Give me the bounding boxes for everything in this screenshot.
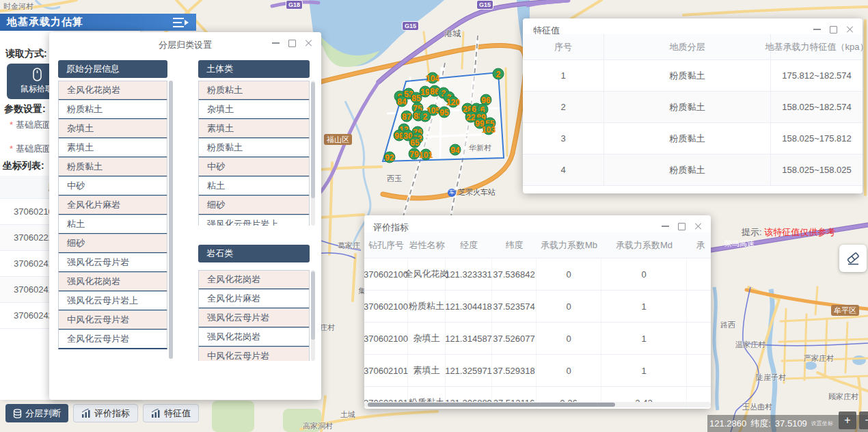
maximize-icon[interactable] bbox=[288, 38, 297, 47]
layer-item[interactable]: 全风化片麻岩 bbox=[58, 195, 167, 215]
table-cell: 2 bbox=[523, 92, 604, 122]
table-row[interactable]: 370602100杂填土121.31458737.52607701 bbox=[364, 323, 711, 355]
minimize-icon[interactable] bbox=[661, 221, 670, 230]
borehole-marker[interactable]: 2 bbox=[420, 111, 431, 122]
maximize-icon[interactable] bbox=[677, 221, 686, 230]
borehole-number: 87 bbox=[402, 111, 411, 121]
layer-item[interactable]: 全风化花岗岩 bbox=[198, 270, 310, 290]
layer-item[interactable]: 素填土 bbox=[198, 119, 310, 139]
scrollbar[interactable] bbox=[311, 81, 315, 226]
layer-item[interactable]: 强风化花岗岩 bbox=[198, 327, 310, 347]
close-icon[interactable] bbox=[304, 38, 313, 47]
evaluation-button[interactable]: 评价指标 bbox=[73, 404, 138, 422]
train-station-icon: 车 bbox=[448, 189, 456, 197]
borehole-marker[interactable]: 87 bbox=[401, 111, 413, 122]
minimize-icon[interactable] bbox=[271, 38, 280, 47]
borehole-marker[interactable]: 94 bbox=[450, 144, 461, 156]
layer-item[interactable]: 强风化云母片岩 bbox=[198, 308, 310, 328]
map-label: 温家庄村 bbox=[735, 340, 765, 350]
evaluation-window: 评价指标 钻孔序号岩性名称经度纬度承载力系数Mb承载力系数Md承 3706021… bbox=[364, 215, 711, 409]
menu-icon[interactable] bbox=[173, 17, 189, 28]
borehole-marker[interactable]: 95 bbox=[439, 107, 450, 118]
eraser-button[interactable] bbox=[839, 245, 867, 272]
layer-item[interactable]: 粉质黏土 bbox=[198, 138, 310, 158]
borehole-marker[interactable]: 2 bbox=[493, 68, 504, 80]
layer-item[interactable]: 强风化云母片岩上 bbox=[58, 291, 167, 311]
borehole-marker[interactable]: 79 bbox=[409, 148, 420, 160]
column-header: 序号 bbox=[523, 34, 604, 59]
layer-item[interactable]: 素填土 bbox=[58, 138, 167, 158]
column-header: 承载力系数Md bbox=[601, 232, 687, 258]
eigenvalue-table-header: 序号地质分层地基承载力特征值（kpa） bbox=[523, 34, 863, 60]
scrollbar[interactable] bbox=[311, 270, 315, 361]
mouse-icon bbox=[33, 68, 42, 81]
layer-item[interactable]: 细砂 bbox=[58, 234, 167, 254]
minimize-icon[interactable] bbox=[813, 25, 822, 33]
layer-item[interactable]: 粉质粘土 bbox=[198, 81, 310, 100]
eigenvalue-button[interactable]: 特征值 bbox=[143, 404, 199, 422]
borehole-number: 84 bbox=[397, 96, 406, 106]
rock-class-list: 全风化花岗岩全风化片麻岩强风化云母片岩强风化花岗岩中风化云母片岩 bbox=[198, 270, 310, 361]
zoom-out-button[interactable]: − bbox=[859, 411, 868, 429]
borehole-marker[interactable]: 104 bbox=[427, 72, 439, 84]
table-cell: 158.025~175.812 bbox=[771, 123, 863, 154]
layer-item[interactable]: 粉质黏土 bbox=[58, 157, 167, 177]
table-cell: 粉质粘土 bbox=[408, 291, 446, 322]
layer-item[interactable]: 强风化云母片岩 bbox=[58, 253, 167, 273]
longitude-value: 121.2860 bbox=[709, 418, 746, 429]
borehole-marker[interactable]: 101 bbox=[420, 149, 432, 161]
table-cell: 37.526077 bbox=[492, 323, 537, 354]
table-cell: 37.523574 bbox=[492, 291, 537, 322]
layer-item[interactable]: 全风化片麻岩 bbox=[198, 289, 310, 309]
table-cell: 1 bbox=[601, 355, 687, 386]
table-cell: 粉质黏土 bbox=[604, 92, 771, 122]
app-title-bar: 地基承载力估算 bbox=[0, 14, 196, 31]
table-row[interactable]: 370602100粉质粘土121.30441837.52357401 bbox=[364, 291, 711, 323]
table-cell: 370602100 bbox=[364, 258, 408, 290]
layer-item[interactable]: 杂填土 bbox=[58, 119, 167, 139]
layer-item[interactable]: 细砂 bbox=[198, 195, 310, 215]
layer-item[interactable]: 强风化花岗岩 bbox=[58, 272, 167, 292]
table-row[interactable]: 370602100全风化花岗121.32333137.53684200 bbox=[364, 258, 711, 291]
table-row[interactable]: 2粉质黏土158.025~182.574 bbox=[523, 92, 863, 123]
borehole-marker[interactable]: 65 bbox=[409, 137, 421, 148]
database-icon bbox=[13, 409, 22, 418]
column-header: 钻孔序号 bbox=[364, 232, 408, 258]
table-row[interactable]: 370602101素填土121.32597137.52931801 bbox=[364, 355, 711, 387]
close-icon[interactable] bbox=[845, 25, 854, 33]
layer-item[interactable]: 粘土 bbox=[58, 215, 167, 234]
layer-item[interactable]: 粘土 bbox=[198, 176, 310, 196]
close-icon[interactable] bbox=[694, 221, 703, 230]
chart-icon bbox=[151, 409, 161, 418]
station-label: 车芝罘火车站 bbox=[448, 187, 496, 198]
borehole-marker[interactable]: 120 bbox=[448, 96, 459, 108]
horizontal-scrollbar[interactable] bbox=[364, 402, 711, 407]
borehole-marker[interactable]: 92 bbox=[384, 152, 396, 163]
layer-item[interactable]: 杂填土 bbox=[198, 100, 310, 120]
map-label: 港城 bbox=[444, 28, 461, 40]
table-cell: 1 bbox=[601, 291, 687, 322]
layer-item[interactable]: 全风化花岗岩 bbox=[58, 81, 167, 100]
layer-item[interactable]: 中风化云母片岩 bbox=[198, 347, 310, 361]
column-header: 承载力系数Mb bbox=[537, 232, 601, 258]
borehole-marker[interactable]: 84 bbox=[396, 96, 408, 107]
table-row[interactable]: 3粉质黏土158.025~175.812 bbox=[523, 123, 863, 154]
table-cell: 121.314587 bbox=[446, 323, 492, 354]
layer-item[interactable]: 中风化云母片岩 bbox=[58, 310, 167, 330]
zoom-in-button[interactable]: + bbox=[839, 411, 856, 429]
table-row[interactable]: 1粉质黏土175.812~182.574 bbox=[523, 60, 863, 92]
borehole-marker[interactable]: 103 bbox=[483, 124, 495, 135]
soil-class-header: 土体类 bbox=[198, 60, 310, 78]
layer-item[interactable]: 粉质粘土 bbox=[58, 100, 167, 120]
rock-class-header: 岩石类 bbox=[198, 245, 310, 262]
scrollbar[interactable] bbox=[169, 81, 173, 359]
layer-item[interactable]: 全风化云母片岩 bbox=[58, 329, 167, 349]
layer-judge-button[interactable]: 分层判断 bbox=[5, 404, 68, 422]
map-label: 陡崖子村 bbox=[756, 373, 786, 383]
maximize-icon[interactable] bbox=[829, 25, 838, 33]
layer-item[interactable]: 强风化云母片岩上 bbox=[198, 215, 310, 226]
layer-item[interactable]: 中砂 bbox=[58, 176, 167, 196]
table-cell: 1 bbox=[523, 60, 604, 91]
layer-item[interactable]: 中砂 bbox=[198, 157, 310, 177]
table-row[interactable]: 4粉质黏土158.025~158.025 bbox=[523, 154, 863, 186]
